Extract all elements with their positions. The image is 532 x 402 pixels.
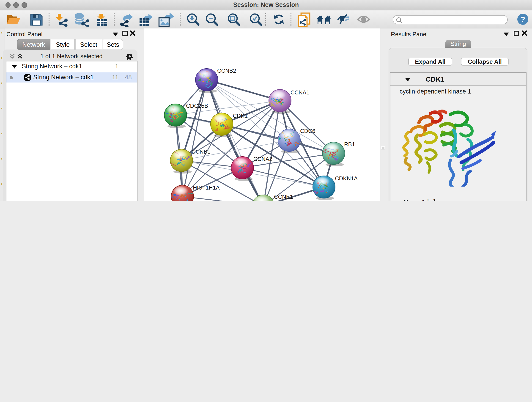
- svg-text:RB1: RB1: [344, 141, 355, 147]
- svg-text:CCNA1: CCNA1: [291, 89, 310, 96]
- svg-text:CCNB2: CCNB2: [217, 68, 236, 74]
- svg-text:?: ?: [520, 15, 525, 24]
- svg-text:CDC25B: CDC25B: [186, 103, 208, 109]
- svg-text:CCNA2: CCNA2: [253, 156, 272, 162]
- svg-text:CDK1: CDK1: [233, 113, 248, 119]
- svg-text:HIST1H1A: HIST1H1A: [193, 185, 220, 191]
- svg-text:CCNB1: CCNB1: [191, 148, 210, 155]
- svg-text:CDC6: CDC6: [300, 128, 315, 134]
- svg-text:CDKN1A: CDKN1A: [335, 175, 358, 182]
- svg-text:CCNE1: CCNE1: [274, 194, 293, 200]
